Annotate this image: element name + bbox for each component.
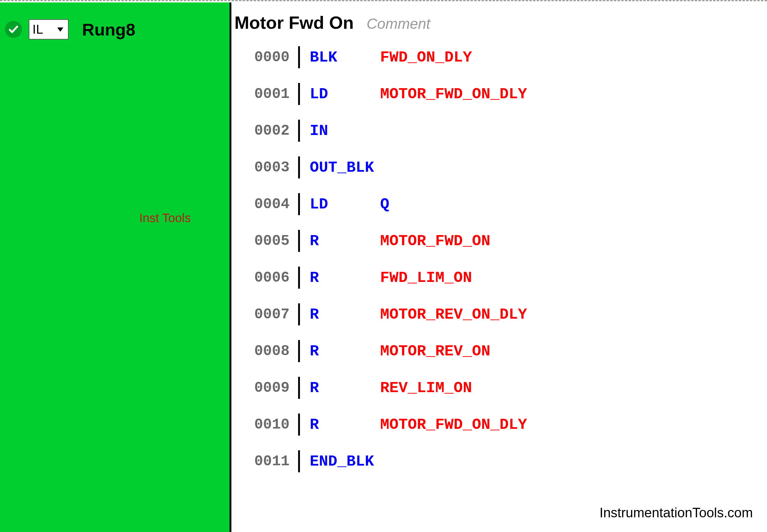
- instruction-address: 0011: [231, 453, 290, 470]
- instruction-address: 0001: [231, 86, 290, 102]
- instruction-row[interactable]: 0007RMOTOR_REV_ON_DLY: [231, 296, 767, 333]
- instruction-address: 0010: [231, 416, 290, 433]
- instruction-opcode: R: [310, 416, 380, 433]
- instruction-opcode: LD: [310, 196, 380, 213]
- instruction-row[interactable]: 0003OUT_BLK: [231, 149, 767, 186]
- instruction-opcode: OUT_BLK: [310, 159, 380, 176]
- separator-bar: [298, 156, 300, 178]
- rung-header: Motor Fwd On Comment: [231, 1, 767, 35]
- instruction-row[interactable]: 0010RMOTOR_FWD_ON_DLY: [231, 406, 767, 443]
- instruction-operand: FWD_LIM_ON: [380, 269, 472, 287]
- separator-bar: [298, 303, 300, 325]
- instruction-row[interactable]: 0000BLKFWD_ON_DLY: [231, 39, 767, 76]
- instruction-operand: MOTOR_FWD_ON_DLY: [380, 85, 527, 103]
- separator-bar: [298, 193, 300, 215]
- instruction-row[interactable]: 0005RMOTOR_FWD_ON: [231, 223, 767, 259]
- instruction-row[interactable]: 0004LDQ: [231, 186, 767, 223]
- code-area: Motor Fwd On Comment 0000BLKFWD_ON_DLY00…: [231, 1, 767, 532]
- instruction-opcode: END_BLK: [310, 453, 380, 470]
- instruction-address: 0007: [231, 306, 290, 323]
- separator-bar: [298, 377, 300, 399]
- language-select-value: IL: [32, 22, 43, 37]
- separator-bar: [298, 450, 300, 472]
- separator-bar: [298, 340, 300, 362]
- instruction-opcode: R: [310, 343, 380, 360]
- instruction-address: 0003: [231, 159, 290, 176]
- rung-comment-placeholder[interactable]: Comment: [367, 15, 430, 32]
- svg-marker-0: [57, 28, 63, 32]
- instruction-row[interactable]: 0001LDMOTOR_FWD_ON_DLY: [231, 76, 767, 112]
- editor-frame: IL Rung8 Inst Tools Motor Fwd On Comment…: [0, 0, 767, 532]
- instruction-opcode: R: [310, 306, 380, 323]
- instruction-opcode: BLK: [310, 49, 380, 66]
- instruction-address: 0008: [231, 343, 290, 359]
- instruction-address: 0009: [231, 380, 290, 396]
- separator-bar: [298, 230, 300, 252]
- instruction-row[interactable]: 0011END_BLK: [231, 443, 767, 480]
- instruction-row[interactable]: 0006RFWD_LIM_ON: [231, 259, 767, 296]
- separator-bar: [298, 267, 300, 289]
- instruction-operand: MOTOR_FWD_ON: [380, 232, 490, 250]
- separator-bar: [298, 46, 300, 68]
- instruction-opcode: R: [310, 379, 380, 397]
- instruction-row[interactable]: 0002IN: [231, 112, 767, 149]
- instruction-opcode: LD: [310, 85, 380, 103]
- instruction-operand: FWD_ON_DLY: [380, 49, 472, 66]
- instruction-opcode: R: [310, 232, 380, 250]
- watermark-text: Inst Tools: [139, 211, 191, 225]
- instruction-opcode: IN: [310, 122, 380, 140]
- rung-title[interactable]: Motor Fwd On: [234, 12, 354, 33]
- instruction-address: 0000: [231, 49, 290, 66]
- separator-bar: [298, 83, 300, 105]
- instruction-row[interactable]: 0009RREV_LIM_ON: [231, 369, 767, 406]
- instruction-operand: MOTOR_FWD_ON_DLY: [380, 416, 527, 433]
- instruction-address: 0006: [231, 269, 290, 286]
- instruction-operand: MOTOR_REV_ON: [380, 343, 490, 360]
- separator-bar: [298, 120, 300, 142]
- instruction-address: 0005: [231, 233, 290, 249]
- check-icon: [5, 21, 22, 38]
- instruction-address: 0002: [231, 122, 290, 139]
- instruction-list: 0000BLKFWD_ON_DLY0001LDMOTOR_FWD_ON_DLY0…: [231, 35, 767, 480]
- instruction-row[interactable]: 0008RMOTOR_REV_ON: [231, 333, 767, 369]
- footer-credit: InstrumentationTools.com: [600, 505, 753, 520]
- instruction-address: 0004: [231, 196, 290, 212]
- separator-bar: [298, 414, 300, 436]
- instruction-opcode: R: [310, 269, 380, 287]
- instruction-operand: REV_LIM_ON: [380, 379, 472, 397]
- chevron-down-icon: [56, 25, 65, 34]
- instruction-operand: Q: [380, 196, 389, 213]
- instruction-operand: MOTOR_REV_ON_DLY: [380, 306, 527, 323]
- language-select[interactable]: IL: [29, 19, 69, 39]
- rung-name-label[interactable]: Rung8: [82, 20, 135, 39]
- rung-sidebar: IL Rung8 Inst Tools: [0, 2, 231, 532]
